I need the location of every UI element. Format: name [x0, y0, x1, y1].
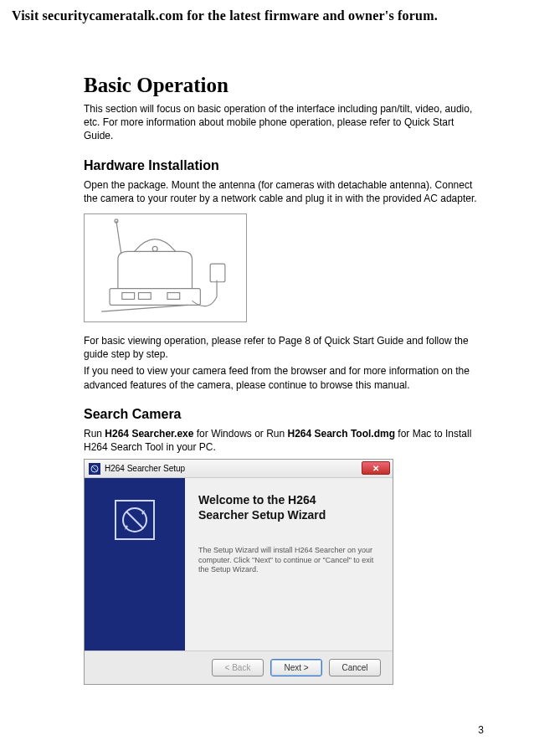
svg-rect-2 — [139, 292, 151, 299]
svg-line-5 — [116, 221, 121, 254]
wizard-sidebar — [85, 478, 185, 651]
wizard-logo-icon — [115, 500, 155, 540]
installer-wizard-screenshot: H264 Searcher Setup ✕ Welcome to the H26… — [84, 459, 393, 685]
camera-illustration-icon — [85, 214, 246, 321]
wizard-titlebar: H264 Searcher Setup ✕ — [85, 460, 393, 478]
svg-point-6 — [115, 219, 118, 223]
exe-mac: H264 Search Tool.dmg — [288, 428, 395, 440]
wizard-welcome-line2: Searcher Setup Wizard — [198, 508, 326, 522]
heading-hardware-installation: Hardware Installation — [84, 158, 484, 173]
svg-point-4 — [152, 246, 157, 251]
wizard-body: Welcome to the H264 Searcher Setup Wizar… — [85, 478, 393, 651]
wizard-window-title: H264 Searcher Setup — [105, 464, 185, 473]
hardware-after-paragraph-2: If you need to view your camera feed fro… — [84, 364, 484, 391]
close-icon[interactable]: ✕ — [362, 461, 390, 475]
svg-line-12 — [126, 512, 143, 528]
svg-rect-1 — [122, 292, 135, 299]
run-mid1: for Windows or Run — [193, 428, 287, 440]
hardware-after-paragraph-1: For basic viewing operation, please refe… — [84, 334, 484, 361]
heading-search-camera: Search Camera — [84, 407, 484, 422]
exe-windows: H264 Searcher.exe — [105, 428, 193, 440]
svg-rect-0 — [110, 289, 200, 306]
svg-rect-3 — [167, 292, 180, 299]
wizard-description: The Setup Wizard will install H264 Searc… — [198, 546, 379, 575]
page-number: 3 — [478, 724, 484, 736]
camera-diagram — [84, 213, 247, 322]
wizard-footer: < Back Next > Cancel — [85, 651, 393, 684]
run-prefix: Run — [84, 428, 105, 440]
wizard-app-icon — [89, 463, 100, 475]
intro-paragraph: This section will focus on basic operati… — [84, 102, 484, 143]
wizard-main-panel: Welcome to the H264 Searcher Setup Wizar… — [185, 478, 393, 651]
heading-basic-operation: Basic Operation — [84, 74, 484, 97]
svg-line-8 — [101, 305, 187, 311]
back-button[interactable]: < Back — [212, 659, 264, 676]
svg-line-10 — [92, 466, 97, 471]
svg-rect-7 — [210, 264, 225, 282]
wizard-welcome-heading: Welcome to the H264 Searcher Setup Wizar… — [198, 493, 379, 522]
cancel-button[interactable]: Cancel — [329, 659, 381, 676]
page-header-banner: Visit securitycameratalk.com for the lat… — [0, 0, 534, 23]
search-camera-paragraph: Run H264 Searcher.exe for Windows or Run… — [84, 427, 484, 454]
wizard-welcome-line1: Welcome to the H264 — [198, 493, 316, 507]
document-content: Basic Operation This section will focus … — [0, 23, 534, 685]
hardware-paragraph: Open the package. Mount the antenna (for… — [84, 178, 484, 205]
next-button[interactable]: Next > — [270, 659, 322, 676]
